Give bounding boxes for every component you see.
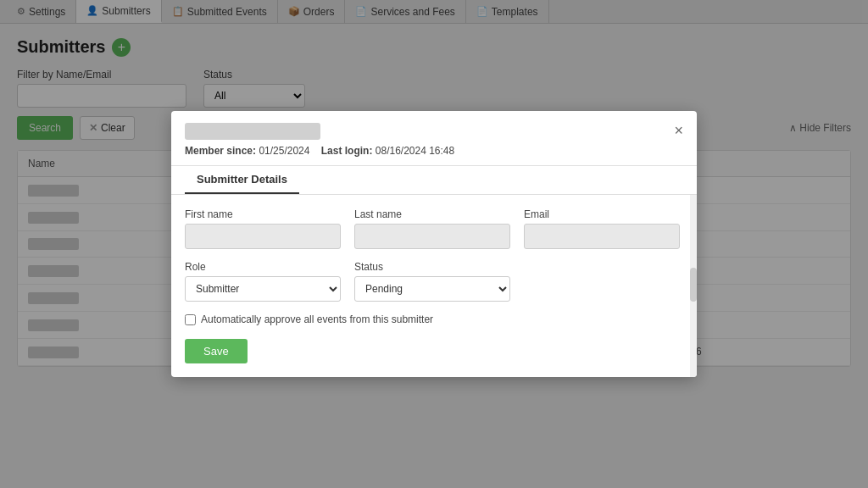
email-label: Email	[524, 208, 680, 220]
auto-approve-row: Automatically approve all events from th…	[185, 313, 680, 325]
status-select[interactable]: Pending Active Inactive	[354, 276, 510, 302]
form-group-status: Status Pending Active Inactive	[354, 261, 510, 302]
role-select[interactable]: Submitter Admin	[185, 276, 341, 302]
last-name-input[interactable]	[354, 224, 510, 249]
submitter-modal: × Member since: 01/25/2024 Last login: 0…	[171, 111, 697, 377]
auto-approve-checkbox[interactable]	[185, 314, 196, 325]
modal-close-button[interactable]: ×	[674, 123, 683, 138]
form-group-email: Email	[524, 208, 680, 249]
form-group-last-name: Last name	[354, 208, 510, 249]
last-name-label: Last name	[354, 208, 510, 220]
email-input[interactable]	[524, 224, 680, 249]
modal-user-name	[185, 123, 320, 140]
save-button[interactable]: Save	[185, 339, 248, 363]
modal-overlay[interactable]: × Member since: 01/25/2024 Last login: 0…	[0, 0, 868, 380]
modal-scrollbar-track[interactable]	[690, 195, 697, 377]
modal-header: ×	[171, 111, 697, 140]
form-row-names: First name Last name Email	[185, 208, 680, 249]
form-group-empty	[524, 261, 680, 302]
form-group-first-name: First name	[185, 208, 341, 249]
form-row-role-status: Role Submitter Admin Status Pending Acti…	[185, 261, 680, 302]
modal-body: First name Last name Email Role	[171, 195, 697, 377]
modal-meta: Member since: 01/25/2024 Last login: 08/…	[171, 140, 697, 166]
auto-approve-label: Automatically approve all events from th…	[201, 313, 433, 325]
modal-scrollbar-thumb[interactable]	[690, 268, 697, 302]
first-name-label: First name	[185, 208, 341, 220]
modal-tabs: Submitter Details	[171, 166, 697, 195]
tab-submitter-details[interactable]: Submitter Details	[185, 166, 299, 194]
role-label: Role	[185, 261, 341, 273]
status-label: Status	[354, 261, 510, 273]
form-group-role: Role Submitter Admin	[185, 261, 341, 302]
first-name-input[interactable]	[185, 224, 341, 249]
